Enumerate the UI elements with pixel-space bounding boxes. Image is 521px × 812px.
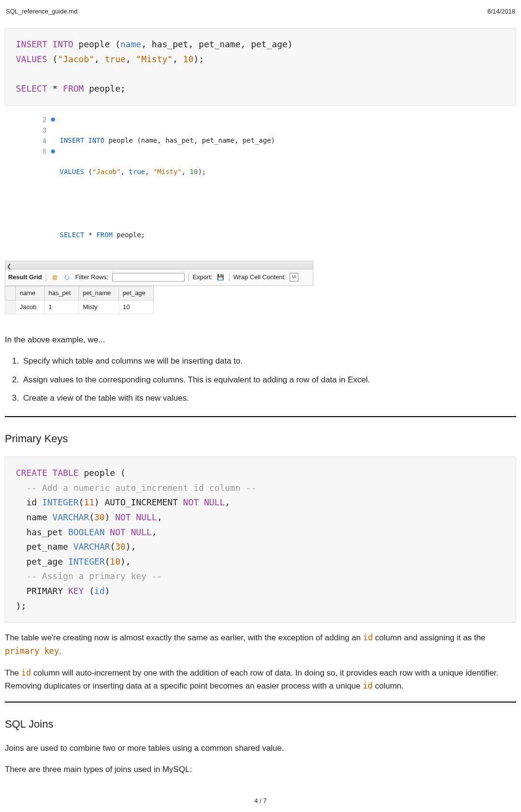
list-item: Specify which table and columns we will … <box>21 355 516 367</box>
result-grid-label: Result Grid <box>8 272 42 282</box>
refresh-icon[interactable]: ⭮ <box>63 273 71 282</box>
divider <box>229 273 229 281</box>
section-divider <box>5 416 516 417</box>
inline-code-id: id <box>21 668 31 677</box>
list-item: Create a view of the table with its new … <box>21 392 516 405</box>
result-table: name has_pet pet_name pet_age Jacob 1 Mi… <box>5 286 154 314</box>
mysql-editor: 2 3 4 5 INSERT INTO people (name, has_pe… <box>5 114 313 314</box>
table-row[interactable]: Jacob 1 Misty 10 <box>5 300 154 314</box>
filter-label: Filter Rows: <box>75 272 108 282</box>
editor-gutter: 2 3 4 5 <box>5 114 49 261</box>
row-selector-header <box>5 286 16 300</box>
section-heading-primary-keys: Primary Keys <box>5 431 516 447</box>
divider <box>188 273 189 281</box>
grid-icon[interactable]: ▦ <box>50 273 59 282</box>
exec-marker-icon <box>51 118 55 122</box>
inline-code-id: id <box>363 633 373 642</box>
page-header: SQL_reference_guide.md 6/14/2018 <box>5 7 516 16</box>
export-icon[interactable]: 💾 <box>216 273 225 282</box>
inline-code-id: id <box>363 681 373 690</box>
joins-paragraph-1: Joins are used to combine two or more ta… <box>5 742 516 755</box>
page-number: 4 / 7 <box>5 796 516 806</box>
col-header[interactable]: name <box>16 286 45 300</box>
steps-list: Specify which table and columns we will … <box>21 355 516 405</box>
divider <box>46 273 46 281</box>
export-label: Export: <box>193 272 213 282</box>
wrap-label: Wrap Cell Content: <box>233 272 286 282</box>
intro-paragraph: In the above example, we... <box>5 334 516 346</box>
col-header[interactable]: pet_name <box>79 286 119 300</box>
filter-rows-input[interactable] <box>112 273 185 282</box>
editor-hscrollbar[interactable]: ❮ <box>5 261 313 270</box>
filename: SQL_reference_guide.md <box>6 7 78 16</box>
print-date: 6/14/2018 <box>487 7 515 16</box>
inline-code-primary-key: primary key <box>5 646 59 656</box>
code-block-insert: INSERT INTO people (name, has_pet, pet_n… <box>5 28 516 105</box>
scroll-left-icon[interactable]: ❮ <box>7 262 12 271</box>
list-item: Assign values to the corresponding colum… <box>21 374 516 386</box>
col-header[interactable]: has_pet <box>44 286 79 300</box>
wrap-cell-icon[interactable]: IA <box>290 273 298 282</box>
exec-marker-icon <box>51 149 55 153</box>
editor-code[interactable]: INSERT INTO people (name, has_pet, pet_n… <box>49 114 313 261</box>
section-divider <box>5 702 516 703</box>
section-heading-sql-joins: SQL Joins <box>5 716 516 732</box>
col-header[interactable]: pet_age <box>119 286 153 300</box>
pk-paragraph-1: The table we're creating now is almost e… <box>5 631 516 658</box>
row-selector[interactable] <box>5 300 16 314</box>
code-block-create-table: CREATE TABLE people ( -- Add a numeric a… <box>5 457 516 623</box>
joins-paragraph-2: There are three main types of joins used… <box>5 763 516 776</box>
pk-paragraph-2: The id column will auto-increment by one… <box>5 666 516 693</box>
result-toolbar: Result Grid ▦ ⭮ Filter Rows: Export: 💾 W… <box>5 270 313 285</box>
